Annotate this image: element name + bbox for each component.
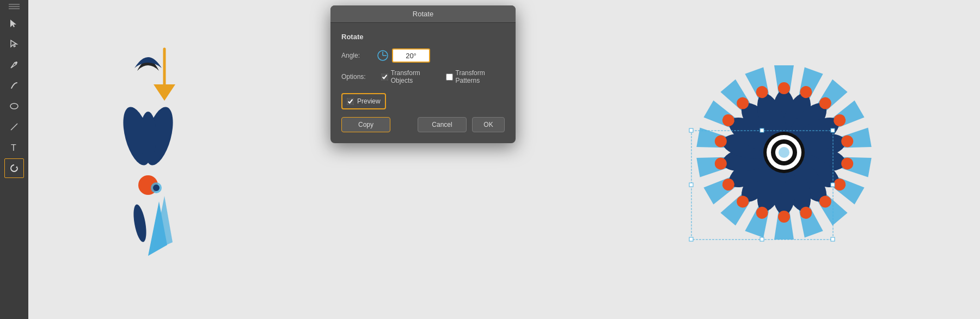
options-label: Options: (341, 73, 373, 81)
rotate-dialog: Rotate Rotate Angle: Op (330, 5, 516, 143)
dialog-buttons: Copy Cancel OK (341, 117, 505, 132)
svg-rect-0 (9, 4, 20, 5)
svg-point-18 (131, 204, 149, 243)
svg-marker-3 (10, 20, 16, 27)
dialog-title: Rotate (330, 5, 516, 23)
copy-button[interactable]: Copy (341, 117, 390, 132)
brush-tool[interactable] (4, 76, 24, 95)
svg-marker-9 (16, 166, 18, 168)
type-tool[interactable]: T (4, 138, 24, 157)
svg-rect-84 (689, 128, 693, 132)
svg-rect-88 (831, 183, 835, 187)
toolbar: T (0, 0, 28, 319)
dialog-body: Rotate Angle: Options: (330, 23, 516, 143)
svg-rect-89 (689, 237, 693, 241)
svg-rect-86 (831, 128, 835, 132)
mandala-illustration (572, 0, 980, 319)
svg-rect-1 (9, 6, 20, 7)
options-row: Options: Transform Objects Transform Pat… (341, 69, 505, 84)
transform-patterns-label: Transform Patterns (456, 69, 505, 84)
preview-section: Preview (341, 93, 386, 109)
svg-point-82 (779, 147, 789, 158)
selection-tool[interactable] (4, 14, 24, 33)
transform-objects-label: Transform Objects (391, 69, 438, 84)
svg-rect-91 (831, 237, 835, 241)
rotate-tool[interactable] (4, 158, 24, 178)
cancel-button[interactable]: Cancel (418, 117, 467, 132)
transform-patterns-checkbox[interactable] (446, 73, 453, 81)
character-illustration (94, 27, 203, 289)
svg-text:T: T (11, 143, 16, 152)
ok-button[interactable]: OK (472, 117, 505, 132)
angle-input[interactable] (392, 48, 430, 63)
svg-rect-90 (760, 237, 764, 241)
svg-point-6 (10, 103, 18, 109)
angle-icon (377, 50, 389, 62)
preview-label: Preview (357, 97, 381, 105)
svg-rect-2 (9, 8, 20, 9)
pen-tool[interactable] (4, 55, 24, 75)
svg-rect-87 (689, 183, 693, 187)
dialog-title-text: Rotate (413, 10, 433, 18)
svg-marker-4 (11, 40, 17, 47)
angle-input-group (377, 48, 430, 63)
svg-point-60 (778, 82, 790, 94)
transform-patterns-checkbox-group[interactable]: Transform Patterns (446, 69, 505, 84)
direct-selection-tool[interactable] (4, 34, 24, 54)
svg-point-17 (153, 185, 160, 191)
transform-objects-checkbox[interactable] (381, 73, 388, 81)
svg-point-69 (778, 211, 790, 223)
line-tool[interactable] (4, 117, 24, 137)
canvas-area: Rotate Rotate Angle: Op (28, 0, 980, 319)
svg-point-5 (15, 62, 17, 64)
preview-checkbox[interactable] (347, 98, 354, 105)
svg-point-14 (140, 112, 156, 161)
svg-rect-85 (760, 128, 764, 132)
svg-line-7 (11, 124, 17, 130)
transform-objects-checkbox-group[interactable]: Transform Objects (381, 69, 438, 84)
toolbar-grip (4, 2, 24, 11)
dialog-section-label: Rotate (341, 33, 505, 41)
angle-row: Angle: (341, 48, 505, 63)
ellipse-tool[interactable] (4, 96, 24, 116)
angle-label: Angle: (341, 52, 377, 59)
dialog-container: Rotate Rotate Angle: Op (330, 5, 516, 143)
